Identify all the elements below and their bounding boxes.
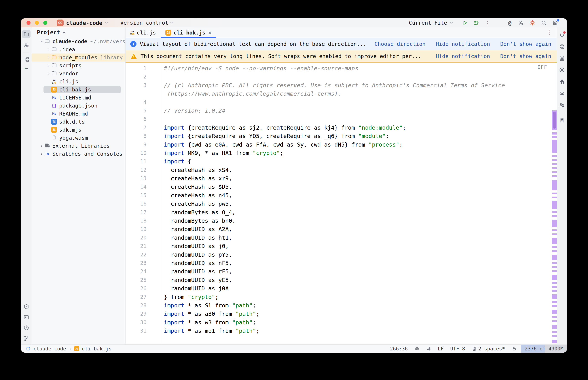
line-number[interactable]: 26	[125, 284, 162, 293]
memory-indicator[interactable]: 2376 of 4900M	[521, 345, 567, 353]
line-number[interactable]: 10	[125, 149, 162, 157]
code-line[interactable]: 30import * as w3 from "path";	[125, 318, 552, 326]
code-line[interactable]: 21 randomUUID as j0,	[125, 242, 552, 250]
minimize-window-button[interactable]	[35, 21, 39, 25]
code-line[interactable]: 2	[125, 73, 552, 81]
code-line[interactable]: 23 randomUUID as nF5,	[125, 259, 552, 267]
chevron-right-icon[interactable]	[40, 152, 44, 156]
code-line[interactable]: 26 randomUUID as j0A	[125, 284, 552, 293]
line-number[interactable]: 14	[125, 183, 162, 191]
dont-show-again-link[interactable]: Don't show again	[500, 41, 551, 47]
line-number[interactable]: 30	[125, 318, 162, 326]
line-number[interactable]: 27	[125, 293, 162, 301]
debug-button[interactable]	[470, 19, 482, 27]
chevron-right-icon[interactable]	[46, 64, 51, 67]
code-line[interactable]: 25 randomUUID as yE5,	[125, 276, 552, 284]
structure-tool-button[interactable]	[22, 55, 31, 64]
code-line[interactable]: 12 createHash as xS4,	[125, 166, 552, 174]
code-line[interactable]: 14 createHash as $D5,	[125, 183, 552, 191]
chevron-right-icon[interactable]	[40, 144, 44, 148]
line-number[interactable]: 5	[125, 106, 162, 115]
tree-item-claude-code[interactable]: claude-code~/.nvm/vers	[32, 38, 125, 45]
chevron-right-icon[interactable]	[46, 56, 51, 59]
problems-tool-button[interactable]	[22, 323, 31, 332]
code-line[interactable]: 20 randomUUID as ht1,	[125, 233, 552, 242]
tree-item-scripts[interactable]: scripts	[32, 61, 125, 70]
tree-item-sdk-mjs[interactable]: JSsdk.mjs	[32, 126, 125, 134]
chevron-right-icon[interactable]	[46, 48, 51, 51]
line-number[interactable]: 13	[125, 174, 162, 183]
terminal-tool-button[interactable]	[22, 313, 31, 322]
zoom-window-button[interactable]	[43, 21, 47, 25]
tree-item-external-libraries[interactable]: External Libraries	[32, 142, 125, 150]
line-number[interactable]: 11	[125, 157, 162, 166]
line-number[interactable]: 24	[125, 267, 162, 276]
line-number[interactable]: 22	[125, 250, 162, 259]
project-tool-button[interactable]	[22, 30, 31, 38]
code-line[interactable]: 8import {createRequire as YQ5, createReq…	[125, 132, 552, 140]
dont-show-again-link[interactable]: Don't show again	[500, 53, 551, 59]
ai-assistant-button[interactable]	[558, 42, 566, 51]
tree-item-node-modules[interactable]: node_moduleslibrary	[32, 54, 125, 61]
choose-direction-link[interactable]: Choose direction	[374, 41, 425, 47]
code-line[interactable]: 29import * as a30 from "path";	[125, 309, 552, 318]
copilot-status-button[interactable]	[411, 345, 423, 353]
search-everywhere-button[interactable]	[538, 19, 549, 27]
line-number[interactable]: 29	[125, 309, 162, 318]
readonly-toggle[interactable]	[508, 345, 520, 353]
line-number[interactable]: 20	[125, 233, 162, 242]
notifications-button[interactable]	[558, 31, 566, 39]
more-run-actions-button[interactable]: ⋮	[482, 19, 493, 27]
code-line[interactable]: 28import * as Sl from "path";	[125, 301, 552, 309]
code-line[interactable]: 3// (c) Anthropic PBC. All rights reserv…	[125, 81, 552, 89]
code-line[interactable]: 22 randomUUID as pY5,	[125, 250, 552, 259]
git-tool-button[interactable]	[22, 334, 31, 342]
code-line[interactable]: 7import {createRequire as sj2, createReq…	[125, 123, 552, 132]
line-number[interactable]: 3	[125, 81, 162, 89]
settings-button[interactable]	[549, 19, 561, 27]
code-line[interactable]: 17 randomBytes as O_4,	[125, 208, 552, 216]
plugin-plus-button[interactable]	[558, 77, 566, 86]
code-line[interactable]: 6	[125, 115, 552, 123]
line-number[interactable]: 16	[125, 199, 162, 208]
version-control-menu[interactable]: Version control	[121, 20, 174, 26]
breadcrumb-project[interactable]: claude-code	[33, 346, 66, 352]
line-number[interactable]: 8	[125, 132, 162, 140]
hide-notification-link[interactable]: Hide notification	[436, 41, 490, 47]
code-line[interactable]: 27} from "crypto";	[125, 293, 552, 301]
code-editor[interactable]: 1#!/usr/bin/env -S node --no-warnings --…	[125, 63, 557, 344]
close-icon[interactable]: ×	[208, 29, 212, 36]
code-line[interactable]: 16 createHash as pw5,	[125, 199, 552, 208]
close-window-button[interactable]	[26, 21, 31, 25]
tab-options-button[interactable]: ⋮	[547, 27, 557, 38]
encoding-selector[interactable]: UTF-8	[447, 345, 468, 353]
tree-item-cli-bak-js[interactable]: JScli-bak.js	[32, 86, 125, 94]
run-configuration-selector[interactable]: Current File	[409, 20, 453, 26]
line-number[interactable]: 19	[125, 225, 162, 233]
tree-item--idea[interactable]: .idea	[32, 45, 125, 54]
project-panel-header[interactable]: Project	[32, 27, 125, 38]
line-number[interactable]: 15	[125, 191, 162, 199]
line-number[interactable]: 4	[125, 98, 162, 106]
line-number[interactable]: 1	[125, 64, 162, 73]
tab-cli-bak-js[interactable]: JS cli-bak.js ×	[161, 27, 216, 38]
code-line[interactable]: 9import {cwd as e0A, cwd as FfA, cwd as …	[125, 140, 552, 149]
code-line[interactable]: (https://www.anthropic.com/legal/commerc…	[125, 89, 552, 98]
tab-cli-js[interactable]: 100JS cli.js	[125, 27, 161, 38]
code-line[interactable]: 31import * as mo1 from "path";	[125, 326, 552, 335]
tree-item-package-json[interactable]: {}package.json	[32, 102, 125, 110]
code-line[interactable]: 11import {	[125, 157, 552, 166]
plugin-spark-button[interactable]	[527, 19, 538, 27]
services-tool-button[interactable]	[22, 303, 31, 311]
line-number[interactable]: 21	[125, 242, 162, 250]
chevron-right-icon[interactable]	[46, 72, 51, 75]
breadcrumb[interactable]: claude-code › JS cli-bak.js	[26, 346, 112, 352]
line-number[interactable]: 28	[125, 301, 162, 309]
code-line[interactable]: 5// Version: 1.0.24	[125, 106, 552, 115]
tree-item-cli-js[interactable]: 100JScli.js	[32, 77, 125, 86]
x-plugin-button[interactable]	[558, 66, 566, 74]
line-number[interactable]: 7	[125, 123, 162, 132]
code-line[interactable]: 15 createHash as n45,	[125, 191, 552, 199]
line-number[interactable]: 17	[125, 208, 162, 216]
tree-item-scratches-and-consoles[interactable]: Scratches and Consoles	[32, 150, 125, 158]
